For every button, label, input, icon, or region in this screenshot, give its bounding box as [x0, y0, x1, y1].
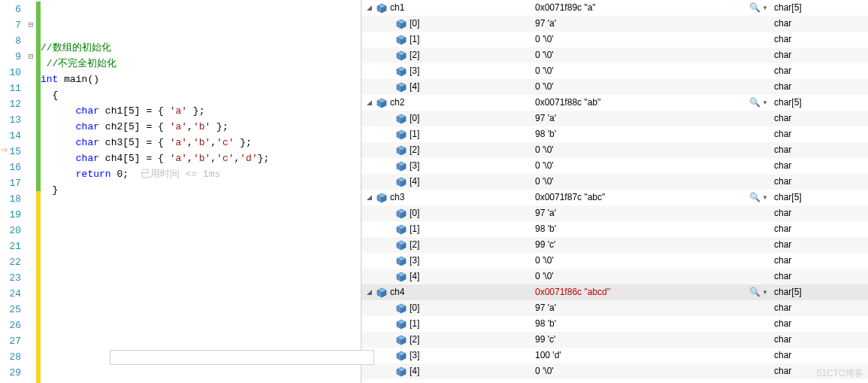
watch-name-cell[interactable]: [0]: [361, 16, 531, 32]
collapse-icon[interactable]: ◢: [364, 190, 374, 205]
watch-row[interactable]: [0]97 'a'char: [361, 300, 868, 316]
magnify-icon[interactable]: 🔍: [749, 95, 761, 111]
collapse-icon[interactable]: ◢: [364, 0, 374, 16]
value-actions[interactable]: 🔍▼: [749, 190, 768, 205]
watch-value-cell[interactable]: 0 '\0': [531, 174, 771, 190]
watch-value-cell[interactable]: 98 'b': [531, 126, 771, 142]
fold-toggle[interactable]: ⊟: [26, 17, 36, 33]
watch-name-cell[interactable]: [4]: [361, 363, 531, 379]
watch-row[interactable]: [2]99 'c'char: [361, 237, 868, 253]
watch-value-cell[interactable]: 0 '\0': [531, 32, 771, 47]
watch-value-cell[interactable]: 0 '\0': [531, 269, 771, 284]
watch-name-cell[interactable]: [2]: [361, 237, 531, 253]
watch-name-cell[interactable]: [4]: [361, 269, 531, 284]
code-line[interactable]: [41, 309, 361, 324]
code-editor[interactable]: ➩ 67891011121314151617181920212223242526…: [0, 0, 361, 383]
watch-row[interactable]: [1]98 'b'char: [361, 316, 868, 332]
watch-name-cell[interactable]: [3]: [361, 348, 531, 363]
value-actions[interactable]: 🔍▼: [749, 0, 768, 16]
code-line[interactable]: char ch4[5] = { 'a','b','c','d'};: [41, 150, 361, 166]
dropdown-icon[interactable]: ▼: [762, 190, 768, 205]
watch-row[interactable]: [1]0 '\0'char: [361, 32, 868, 47]
dropdown-icon[interactable]: ▼: [762, 95, 768, 111]
watch-value-cell[interactable]: 97 'a': [531, 111, 771, 126]
code-line[interactable]: char ch3[5] = { 'a','b','c' };: [41, 135, 361, 150]
watch-value-cell[interactable]: 0 '\0': [531, 47, 771, 63]
code-line[interactable]: }: [41, 182, 361, 198]
watch-value-cell[interactable]: 99 'c': [531, 237, 771, 253]
watch-value-cell[interactable]: 0 '\0': [531, 142, 771, 158]
code-line[interactable]: [41, 293, 361, 309]
watch-row[interactable]: ◢ch10x0071f89c "a"🔍▼char[5]: [361, 0, 868, 16]
watch-row[interactable]: [3]0 '\0'char: [361, 253, 868, 269]
watch-value-cell[interactable]: 97 'a': [531, 16, 771, 32]
code-line[interactable]: //不完全初始化: [41, 56, 361, 71]
code-line[interactable]: char ch2[5] = { 'a','b' };: [41, 119, 361, 135]
watch-value-cell[interactable]: 0 '\0': [531, 253, 771, 269]
code-line[interactable]: return 0; 已用时间 <= 1ms: [41, 166, 361, 182]
collapse-icon[interactable]: ◢: [364, 95, 374, 111]
watch-value-cell[interactable]: 99 'c': [531, 332, 771, 348]
dropdown-icon[interactable]: ▼: [762, 0, 768, 16]
watch-row[interactable]: [0]97 'a'char: [361, 16, 868, 32]
code-line[interactable]: //数组的初始化: [41, 40, 361, 56]
code-line[interactable]: [41, 198, 361, 214]
watch-name-cell[interactable]: [3]: [361, 158, 531, 174]
magnify-icon[interactable]: 🔍: [749, 190, 761, 205]
watch-row[interactable]: [0]97 'a'char: [361, 205, 868, 221]
value-actions[interactable]: 🔍▼: [749, 95, 768, 111]
watch-value-cell[interactable]: 0 '\0': [531, 363, 771, 379]
watch-name-cell[interactable]: [2]: [361, 47, 531, 63]
code-line[interactable]: [41, 24, 361, 40]
watch-name-cell[interactable]: [1]: [361, 32, 531, 47]
watch-name-cell[interactable]: [3]: [361, 63, 531, 79]
watch-value-cell[interactable]: 97 'a': [531, 205, 771, 221]
watch-row[interactable]: [4]0 '\0'char: [361, 79, 868, 95]
watch-value-cell[interactable]: 0x0071f87c "abc"🔍▼: [531, 190, 771, 205]
magnify-icon[interactable]: 🔍: [749, 284, 761, 300]
magnify-icon[interactable]: 🔍: [749, 0, 761, 16]
watch-value-cell[interactable]: 0x0071f89c "a"🔍▼: [531, 0, 771, 16]
watch-name-cell[interactable]: ◢ch3: [361, 190, 531, 205]
code-line[interactable]: [41, 372, 361, 383]
watch-row[interactable]: [2]0 '\0'char: [361, 142, 868, 158]
watch-row[interactable]: ◢ch40x0071f86c "abcd"🔍▼char[5]: [361, 284, 868, 300]
watch-value-cell[interactable]: 0 '\0': [531, 63, 771, 79]
code-line[interactable]: [41, 214, 361, 229]
watch-row[interactable]: [1]98 'b'char: [361, 126, 868, 142]
code-line[interactable]: [41, 324, 361, 340]
watch-value-cell[interactable]: 0 '\0': [531, 79, 771, 95]
watch-value-cell[interactable]: 100 'd': [531, 348, 771, 363]
input-cursor-box[interactable]: [110, 350, 374, 365]
watch-row[interactable]: [2]99 'c'char: [361, 332, 868, 348]
code-line[interactable]: {: [41, 87, 361, 103]
code-line[interactable]: [41, 277, 361, 293]
collapse-icon[interactable]: ◢: [364, 284, 374, 300]
watch-name-cell[interactable]: [4]: [361, 79, 531, 95]
watch-row[interactable]: [4]0 '\0'char: [361, 174, 868, 190]
watch-name-cell[interactable]: ◢ch4: [361, 284, 531, 300]
watch-row[interactable]: [4]0 '\0'char: [361, 363, 868, 379]
watch-name-cell[interactable]: [2]: [361, 332, 531, 348]
watch-name-cell[interactable]: [0]: [361, 205, 531, 221]
watch-name-cell[interactable]: ◢ch2: [361, 95, 531, 111]
watch-row[interactable]: [0]97 'a'char: [361, 111, 868, 126]
watch-name-cell[interactable]: [2]: [361, 142, 531, 158]
watch-row[interactable]: [4]0 '\0'char: [361, 269, 868, 284]
watch-row[interactable]: ◢ch30x0071f87c "abc"🔍▼char[5]: [361, 190, 868, 205]
watch-name-cell[interactable]: [1]: [361, 221, 531, 237]
watch-value-cell[interactable]: 0x0071f86c "abcd"🔍▼: [531, 284, 771, 300]
watch-value-cell[interactable]: 98 'b': [531, 316, 771, 332]
watch-value-cell[interactable]: 0x0071f88c "ab"🔍▼: [531, 95, 771, 111]
watch-row[interactable]: ◢ch20x0071f88c "ab"🔍▼char[5]: [361, 95, 868, 111]
watch-value-cell[interactable]: 0 '\0': [531, 158, 771, 174]
code-line[interactable]: [41, 245, 361, 261]
watch-row[interactable]: [3]100 'd'char: [361, 348, 868, 363]
watch-name-cell[interactable]: [0]: [361, 111, 531, 126]
code-line[interactable]: [41, 261, 361, 277]
dropdown-icon[interactable]: ▼: [762, 284, 768, 300]
watch-panel[interactable]: ◢ch10x0071f89c "a"🔍▼char[5][0]97 'a'char…: [361, 0, 868, 383]
watch-name-cell[interactable]: [1]: [361, 126, 531, 142]
watch-value-cell[interactable]: 97 'a': [531, 300, 771, 316]
watch-name-cell[interactable]: [4]: [361, 174, 531, 190]
